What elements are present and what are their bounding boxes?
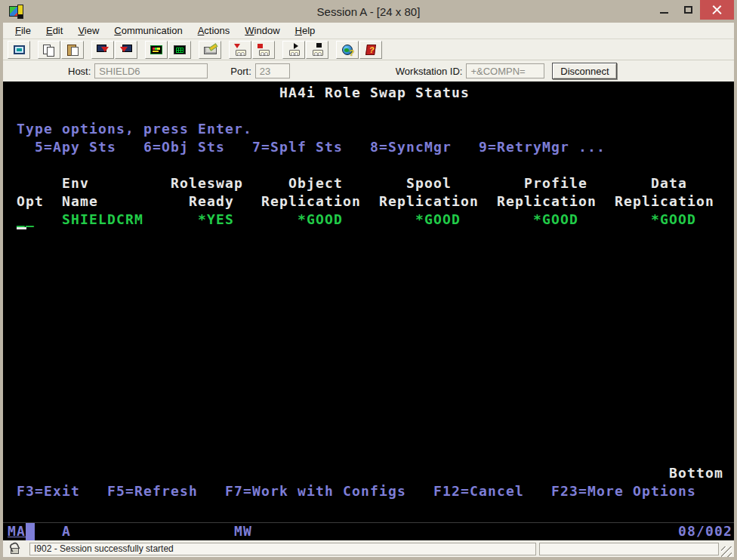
color-map-icon xyxy=(150,45,162,54)
send-file-icon xyxy=(97,45,109,55)
status-bar: I902 - Session successfully started xyxy=(3,540,734,557)
workstation-id-input[interactable]: +&COMPN= xyxy=(466,63,544,78)
close-icon xyxy=(712,5,722,15)
menu-actions[interactable]: Actions xyxy=(190,23,238,38)
copy-icon xyxy=(43,45,55,55)
oia-status-line: MA A MW 08/002 xyxy=(3,522,734,540)
terminal-screen[interactable]: HA4i Role Swap Status Type options, pres… xyxy=(3,82,734,522)
status-message-panel: I902 - Session successfully started xyxy=(29,543,536,555)
stop-recording-button[interactable] xyxy=(252,41,275,59)
port-input[interactable]: 23 xyxy=(255,63,290,78)
play-macro-icon xyxy=(294,43,301,49)
prompt-row: Type options, press Enter. xyxy=(8,121,252,139)
stop-playing-button[interactable] xyxy=(306,41,328,59)
oia-message-waiting: MW xyxy=(234,523,252,540)
menu-bar: File Edit View Communication Actions Win… xyxy=(3,23,734,39)
web-help-globe-icon xyxy=(342,45,353,55)
record-macro-button[interactable] xyxy=(229,41,251,59)
send-file-button[interactable] xyxy=(91,41,114,59)
application-window: Session A - [24 x 80] File Edit View Com… xyxy=(0,0,737,560)
resize-grip[interactable] xyxy=(721,546,732,557)
window-title: Session A - [24 x 80] xyxy=(3,5,734,18)
oia-system-indicator: MA xyxy=(8,523,26,540)
oia-block-indicator xyxy=(26,523,35,540)
screen-title-row: HA4i Role Swap Status xyxy=(8,85,470,103)
function-keys-row: F3=Exit F5=Refresh F7=Work with Configs … xyxy=(8,483,696,501)
color-map-button[interactable] xyxy=(145,41,168,59)
paste-button[interactable] xyxy=(61,41,84,59)
status-message: I902 - Session successfully started xyxy=(34,543,174,554)
stop-recording-icon xyxy=(257,44,263,48)
session-window-icon xyxy=(14,45,25,54)
help-book-icon xyxy=(365,45,376,55)
workstation-id-label: Workstation ID: xyxy=(396,66,463,77)
status-secondary-panel xyxy=(539,543,719,555)
paste-icon xyxy=(66,45,79,55)
session-window-button[interactable] xyxy=(8,41,30,59)
disconnect-button[interactable]: Disconnect xyxy=(552,63,617,79)
copy-button[interactable] xyxy=(38,41,60,59)
stop-playing-icon xyxy=(316,43,322,48)
host-bar: Host: SHIELD6 Port: 23 Workstation ID: +… xyxy=(3,60,734,82)
options-row: 5=Apy Sts 6=Obj Sts 7=Splf Sts 8=SyncMgr… xyxy=(8,139,606,157)
bottom-indicator-row: Bottom xyxy=(8,465,723,483)
menu-communication[interactable]: Communication xyxy=(106,23,190,38)
menu-help[interactable]: Help xyxy=(288,23,323,38)
host-label: Host: xyxy=(68,66,91,77)
oia-cursor-position: 08/002 xyxy=(678,523,732,540)
data-row[interactable]: __ SHIELDCRM *YES *GOOD *GOOD *GOOD *GOO… xyxy=(8,211,696,229)
menu-edit[interactable]: Edit xyxy=(39,23,70,38)
security-unlock-icon xyxy=(8,542,25,555)
column-header-row-1: Env Roleswap Object Spool Profile Data xyxy=(8,175,687,193)
display-setup-icon xyxy=(174,45,186,54)
menu-view[interactable]: View xyxy=(70,23,106,38)
close-button[interactable] xyxy=(700,0,734,20)
receive-file-icon xyxy=(120,45,132,55)
text-cursor xyxy=(17,227,26,229)
title-bar: Session A - [24 x 80] xyxy=(3,0,734,23)
host-input[interactable]: SHIELD6 xyxy=(94,63,208,78)
column-header-row-2: Opt Name Ready Replication Replication R… xyxy=(8,193,714,211)
receive-file-button[interactable] xyxy=(115,41,137,59)
menu-window[interactable]: Window xyxy=(237,23,287,38)
port-label: Port: xyxy=(230,66,251,77)
keyboard-remap-button[interactable] xyxy=(199,41,221,59)
menu-file[interactable]: File xyxy=(8,23,39,38)
keyboard-remap-icon xyxy=(204,45,217,54)
help-button[interactable] xyxy=(359,41,382,59)
display-setup-button[interactable] xyxy=(168,41,191,59)
toolbar xyxy=(3,39,734,60)
oia-keyboard-indicator: A xyxy=(62,523,71,540)
play-macro-button[interactable] xyxy=(282,41,305,59)
web-help-button[interactable] xyxy=(336,41,359,59)
